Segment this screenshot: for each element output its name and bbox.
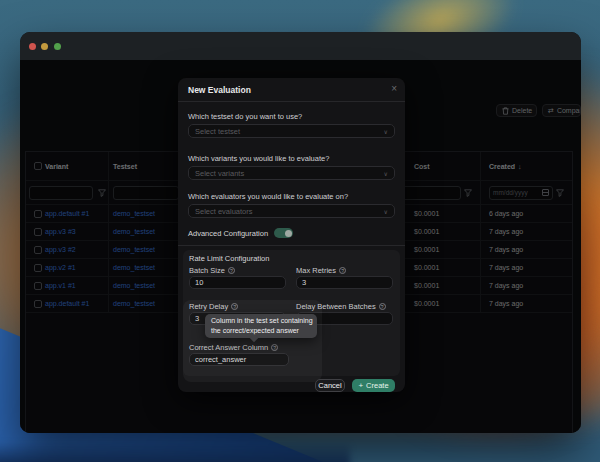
- variants-select[interactable]: Select variants ∨: [188, 166, 395, 180]
- new-evaluation-modal: New Evaluation × Which testset do you wa…: [178, 78, 405, 392]
- traffic-zoom-button[interactable]: [54, 43, 61, 50]
- variants-question-label: Which variants you would like to evaluat…: [188, 154, 329, 163]
- question-circle-icon[interactable]: ?: [339, 267, 346, 274]
- wallpaper-navy-strip: [0, 442, 350, 462]
- question-circle-icon[interactable]: ?: [228, 267, 235, 274]
- rate-limit-heading: Rate Limit Configuration: [189, 254, 269, 263]
- tooltip-line2: the correct/expected answer: [211, 326, 311, 336]
- plus-icon: +: [358, 382, 363, 390]
- variants-select-placeholder: Select variants: [195, 169, 244, 178]
- testset-select[interactable]: Select testset ∨: [188, 124, 395, 138]
- chevron-down-icon: ∨: [384, 128, 388, 135]
- modal-divider: [178, 245, 405, 246]
- chevron-down-icon: ∨: [384, 170, 388, 177]
- advanced-configuration-row: Advanced Configuration: [188, 228, 293, 238]
- evaluators-select[interactable]: Select evaluators ∨: [188, 204, 395, 218]
- evaluators-question-label: Which evaluators you would like to evalu…: [188, 192, 348, 201]
- modal-title: New Evaluation: [188, 85, 251, 95]
- cancel-button-label: Cancel: [318, 381, 341, 390]
- question-circle-icon[interactable]: ?: [379, 303, 386, 310]
- testset-question-label: Which testset do you want to use?: [188, 112, 302, 121]
- create-button-label: Create: [366, 381, 389, 390]
- correct-answer-tooltip: Column in the test set containing the co…: [205, 314, 317, 338]
- traffic-close-button[interactable]: [29, 43, 36, 50]
- traffic-minimize-button[interactable]: [41, 43, 48, 50]
- chevron-down-icon: ∨: [384, 208, 388, 215]
- testset-select-placeholder: Select testset: [195, 127, 240, 136]
- create-button[interactable]: + Create: [352, 379, 395, 392]
- toggle-knob: [285, 230, 292, 237]
- batch-size-label: Batch Size ?: [189, 266, 235, 275]
- max-retries-label: Max Retries ?: [296, 266, 346, 275]
- tooltip-line1: Column in the test set containing: [211, 316, 311, 326]
- cancel-button[interactable]: Cancel: [315, 379, 345, 392]
- batch-size-input[interactable]: [189, 276, 286, 289]
- max-retries-input[interactable]: [296, 276, 393, 289]
- modal-header: New Evaluation ×: [178, 78, 405, 102]
- advanced-configuration-label: Advanced Configuration: [188, 229, 268, 238]
- window-titlebar[interactable]: [20, 32, 581, 60]
- evaluators-select-placeholder: Select evaluators: [195, 207, 253, 216]
- batch-size-label-text: Batch Size: [189, 266, 225, 275]
- advanced-configuration-toggle[interactable]: [274, 228, 293, 238]
- max-retries-label-text: Max Retries: [296, 266, 336, 275]
- app-window: Delete ⇄ Compare Variant Testset Cost Cr…: [20, 32, 581, 433]
- close-icon[interactable]: ×: [391, 83, 397, 94]
